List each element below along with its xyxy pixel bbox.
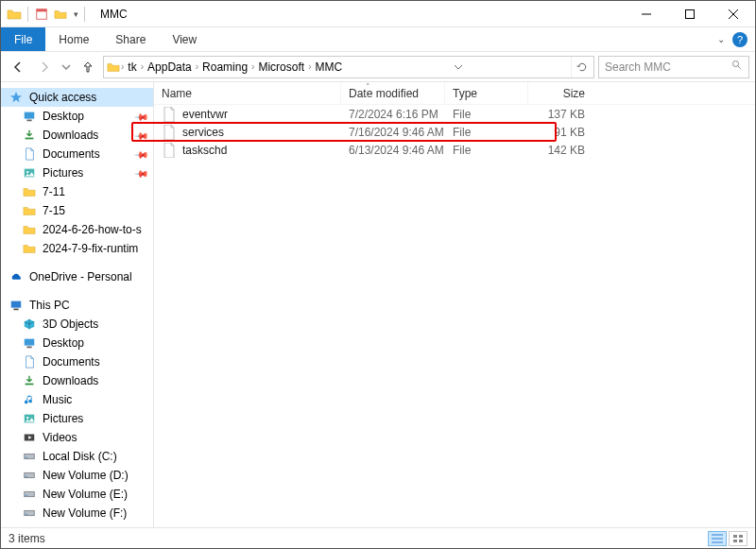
- sidebar-item-label: 7-11: [43, 185, 65, 198]
- pin-icon: 📌: [134, 128, 149, 143]
- sidebar-item-3d-objects[interactable]: 3D Objects: [1, 315, 153, 334]
- file-type: File: [445, 123, 528, 141]
- breadcrumb-segment[interactable]: AppData: [144, 60, 196, 74]
- svg-rect-9: [25, 112, 35, 119]
- sidebar-this-pc[interactable]: This PC: [1, 296, 153, 315]
- minimize-button[interactable]: [625, 1, 668, 27]
- sidebar-item-label: Downloads: [43, 129, 98, 142]
- file-row[interactable]: eventvwr7/2/2024 6:16 PMFile137 KB: [154, 105, 755, 123]
- sidebar-item-desktop[interactable]: Desktop: [1, 334, 153, 352]
- sidebar-item-7-11[interactable]: 7-11: [1, 182, 153, 201]
- column-header-date[interactable]: Date modified: [341, 82, 445, 104]
- recent-locations-button[interactable]: [60, 56, 73, 78]
- sidebar-item-new-volume-f-[interactable]: New Volume (F:): [1, 504, 153, 523]
- svg-rect-22: [25, 454, 35, 458]
- sidebar-item-pictures[interactable]: Pictures: [1, 409, 153, 428]
- downloads-icon: [22, 373, 37, 388]
- navigation-pane: Quick access Desktop📌Downloads📌Documents…: [1, 82, 154, 529]
- quick-access-icon: [9, 90, 24, 105]
- downloads-icon: [22, 128, 37, 143]
- svg-line-7: [738, 66, 741, 69]
- svg-rect-17: [26, 347, 31, 349]
- sidebar-item-2024-7-9-fix-runtim[interactable]: 2024-7-9-fix-runtim: [1, 239, 153, 258]
- sidebar-onedrive[interactable]: OneDrive - Personal: [1, 267, 153, 286]
- file-row[interactable]: services7/16/2024 9:46 AMFile91 KB: [154, 123, 755, 141]
- file-size: 137 KB: [528, 105, 594, 123]
- sidebar-item-label: 7-15: [43, 204, 65, 217]
- svg-rect-18: [26, 384, 34, 386]
- breadcrumb-segment[interactable]: Roaming: [198, 60, 251, 74]
- sidebar-item-label: Desktop: [43, 110, 84, 123]
- file-icon: [162, 143, 177, 158]
- sidebar-item-downloads[interactable]: Downloads📌: [1, 126, 153, 145]
- forward-button[interactable]: [33, 56, 56, 78]
- sidebar-item-videos[interactable]: Videos: [1, 428, 153, 447]
- sidebar-item-documents[interactable]: Documents📌: [1, 145, 153, 163]
- view-large-icons-button[interactable]: [729, 531, 747, 546]
- breadcrumb-segment[interactable]: MMC: [311, 60, 346, 74]
- sidebar-item-desktop[interactable]: Desktop📌: [1, 107, 153, 126]
- tab-view[interactable]: View: [159, 27, 210, 51]
- sidebar-item-new-volume-d-[interactable]: New Volume (D:): [1, 466, 153, 485]
- column-header-type[interactable]: Type: [445, 82, 528, 104]
- folder-icon: [7, 7, 22, 22]
- tab-home[interactable]: Home: [45, 27, 102, 51]
- breadcrumb-segment[interactable]: tk: [124, 60, 140, 74]
- disk-icon: [22, 487, 37, 502]
- pictures-icon: [22, 165, 37, 180]
- svg-rect-14: [11, 301, 22, 308]
- search-icon: [731, 60, 743, 74]
- sidebar-item-pictures[interactable]: Pictures📌: [1, 163, 153, 182]
- svg-point-13: [26, 171, 28, 173]
- file-tab[interactable]: File: [1, 27, 45, 51]
- sidebar-item-documents[interactable]: Documents: [1, 352, 153, 371]
- sidebar-item-music[interactable]: Music: [1, 390, 153, 409]
- sidebar-item-label: Local Disk (C:): [43, 450, 117, 463]
- svg-rect-25: [26, 476, 28, 477]
- sidebar-item-7-15[interactable]: 7-15: [1, 201, 153, 220]
- svg-rect-35: [733, 535, 737, 538]
- sidebar-item-2024-6-26-how-to-s[interactable]: 2024-6-26-how-to-s: [1, 220, 153, 239]
- sidebar-item-local-disk-c-[interactable]: Local Disk (C:): [1, 447, 153, 466]
- sidebar-item-downloads[interactable]: Downloads: [1, 371, 153, 390]
- svg-point-20: [26, 417, 28, 419]
- svg-rect-10: [26, 120, 31, 122]
- help-icon[interactable]: ?: [732, 32, 747, 47]
- sidebar-item-label: 2024-6-26-how-to-s: [43, 223, 142, 236]
- column-header-name[interactable]: Name: [154, 82, 341, 104]
- address-bar[interactable]: › tk › AppData › Roaming › Microsoft › M…: [103, 56, 594, 78]
- svg-rect-16: [25, 339, 35, 346]
- documents-icon: [22, 354, 37, 369]
- svg-rect-26: [25, 491, 35, 496]
- back-button[interactable]: [7, 56, 29, 78]
- tab-share[interactable]: Share: [102, 27, 159, 51]
- this-pc-icon: [9, 298, 24, 313]
- file-date: 6/13/2024 9:46 AM: [341, 141, 445, 159]
- separator-icon: [84, 7, 85, 22]
- breadcrumb-segment[interactable]: Microsoft: [254, 60, 308, 74]
- properties-icon[interactable]: [34, 7, 49, 22]
- qat-customize-icon[interactable]: ▾: [74, 9, 78, 19]
- refresh-button[interactable]: [571, 57, 592, 77]
- maximize-button[interactable]: [668, 1, 712, 27]
- disk-icon: [22, 449, 37, 464]
- sidebar-quick-access[interactable]: Quick access: [1, 88, 153, 107]
- up-button[interactable]: [77, 56, 99, 78]
- file-size: 91 KB: [528, 123, 594, 141]
- column-header-size[interactable]: Size: [528, 82, 594, 104]
- address-dropdown-button[interactable]: [448, 57, 469, 77]
- svg-rect-24: [25, 472, 35, 477]
- disk-icon: [22, 506, 37, 521]
- new-folder-icon[interactable]: [53, 7, 68, 22]
- sidebar-item-label: This PC: [29, 299, 70, 312]
- search-placeholder: Search MMC: [605, 60, 671, 74]
- ribbon-collapse-icon[interactable]: ⌄: [717, 34, 725, 44]
- svg-rect-28: [25, 510, 35, 515]
- search-input[interactable]: Search MMC: [598, 56, 749, 78]
- file-icon: [162, 107, 177, 122]
- view-details-button[interactable]: [708, 531, 727, 546]
- sidebar-item-new-volume-e-[interactable]: New Volume (E:): [1, 485, 153, 504]
- close-button[interactable]: [712, 1, 755, 27]
- sort-indicator-icon: ˄: [366, 82, 370, 92]
- file-row[interactable]: taskschd6/13/2024 9:46 AMFile142 KB: [154, 141, 755, 159]
